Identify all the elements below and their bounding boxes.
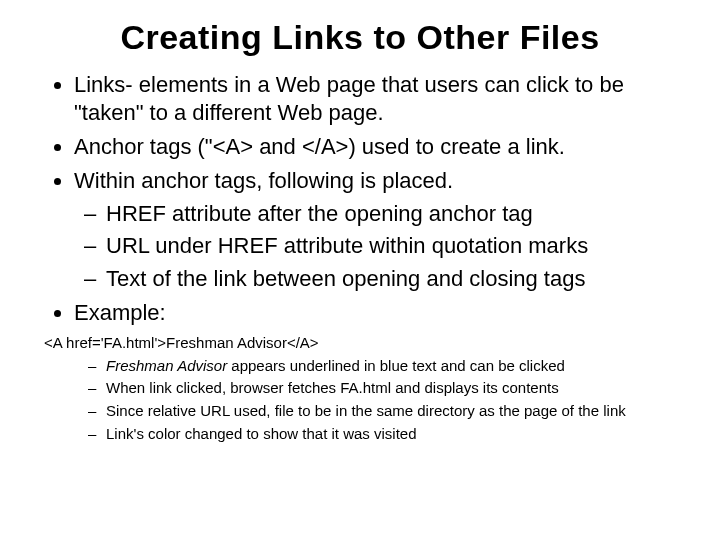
example-sub-item: Since relative URL used, file to be in t…	[106, 400, 680, 422]
example-sub-list: Freshman Advisor appears underlined in b…	[40, 355, 680, 445]
bullet-item: Within anchor tags, following is placed.…	[74, 167, 680, 293]
italic-text: Freshman Advisor	[106, 357, 227, 374]
bullet-item: Example:	[74, 299, 680, 327]
bullet-item: Links- elements in a Web page that users…	[74, 71, 680, 127]
sub-bullet-item: HREF attribute after the opening anchor …	[106, 200, 680, 229]
bullet-text: Within anchor tags, following is placed.	[74, 168, 453, 193]
slide-title: Creating Links to Other Files	[40, 18, 680, 57]
code-example: <A href='FA.html'>Freshman Advisor</A>	[44, 334, 680, 351]
bullet-item: Anchor tags ("<A> and </A>) used to crea…	[74, 133, 680, 161]
example-sub-item: When link clicked, browser fetches FA.ht…	[106, 377, 680, 399]
sub-bullet-item: Text of the link between opening and clo…	[106, 265, 680, 294]
example-sub-item: Freshman Advisor appears underlined in b…	[106, 355, 680, 377]
example-sub-item: Link's color changed to show that it was…	[106, 423, 680, 445]
bullet-list: Links- elements in a Web page that users…	[40, 71, 680, 328]
sub-bullet-item: URL under HREF attribute within quotatio…	[106, 232, 680, 261]
sub-bullet-list: HREF attribute after the opening anchor …	[74, 200, 680, 294]
plain-text: appears underlined in blue text and can …	[227, 357, 565, 374]
